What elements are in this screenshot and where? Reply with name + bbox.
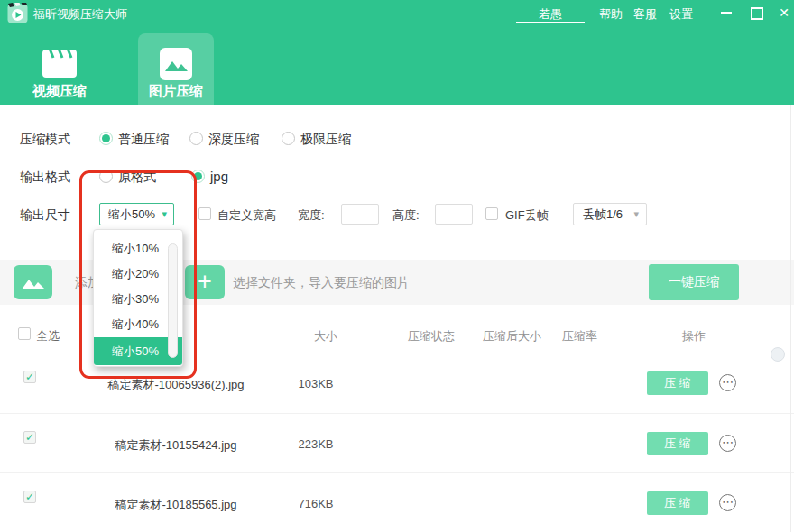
more-options-icon[interactable]: ⋯ bbox=[719, 374, 736, 391]
more-options-icon[interactable]: ⋯ bbox=[719, 494, 736, 511]
gif-frame-value: 丢帧1/6 bbox=[583, 207, 623, 221]
support-menu[interactable]: 客服 bbox=[633, 6, 657, 23]
app-window: 福昕视频压缩大师 若愚 帮助 客服 设置 ✕ 视频压缩 图片压缩 压缩模式 bbox=[0, 0, 794, 532]
row-filesize: 103KB bbox=[287, 377, 345, 390]
tab-image-label: 图片压缩 bbox=[138, 83, 214, 100]
gif-frame-select[interactable]: 丢帧1/6 ▾ bbox=[573, 203, 647, 225]
format-label: 输出格式 bbox=[20, 170, 70, 186]
row-filesize: 223KB bbox=[287, 437, 345, 451]
chevron-down-icon: ▾ bbox=[162, 204, 167, 225]
scrollbar-thumb[interactable] bbox=[771, 347, 785, 362]
size-select[interactable]: 缩小50% ▾ bbox=[99, 203, 174, 225]
radio-deep-compress[interactable] bbox=[189, 132, 203, 145]
tabbar: 视频压缩 图片压缩 bbox=[0, 27, 794, 105]
row-filename: 稿定素材-10185565.jpg bbox=[77, 497, 275, 513]
clapperboard-icon bbox=[42, 47, 78, 81]
row-checkbox[interactable]: ✓ bbox=[23, 491, 36, 503]
add-folder-button[interactable]: + bbox=[185, 265, 225, 299]
settings-menu[interactable]: 设置 bbox=[669, 6, 693, 23]
header-after-size: 压缩后大小 bbox=[483, 328, 541, 344]
compress-button[interactable]: 压 缩 bbox=[647, 491, 708, 515]
select-all-label[interactable]: 全选 bbox=[36, 328, 60, 344]
custom-size-label[interactable]: 自定义宽高 bbox=[217, 207, 276, 224]
header-size: 大小 bbox=[314, 328, 337, 344]
radio-extreme-compress[interactable] bbox=[282, 132, 295, 145]
table-row: ✓ 稿定素材-10185565.jpg 716KB 压 缩 ⋯ bbox=[0, 472, 794, 532]
height-label: 高度: bbox=[392, 207, 420, 224]
row-filesize: 716KB bbox=[287, 497, 345, 510]
help-menu[interactable]: 帮助 bbox=[599, 6, 623, 23]
image-mountain-icon bbox=[14, 265, 52, 299]
user-account-link[interactable]: 若愚 bbox=[516, 6, 585, 23]
table-row: ✓ 稿定素材-10155424.jpg 223KB 压 缩 ⋯ bbox=[0, 413, 794, 472]
header-action: 操作 bbox=[682, 328, 706, 344]
minimize-button[interactable] bbox=[715, 0, 738, 25]
dropdown-scrollbar[interactable] bbox=[168, 243, 178, 358]
size-label: 输出尺寸 bbox=[20, 207, 70, 224]
width-input[interactable] bbox=[341, 204, 379, 225]
user-underline bbox=[516, 22, 585, 23]
app-title: 福昕视频压缩大师 bbox=[33, 6, 127, 23]
maximize-button[interactable] bbox=[743, 0, 767, 25]
image-icon bbox=[158, 47, 194, 81]
chevron-down-icon: ▾ bbox=[633, 204, 639, 225]
tab-video-label: 视频压缩 bbox=[22, 83, 97, 100]
custom-size-checkbox[interactable] bbox=[198, 207, 211, 220]
header-status: 压缩状态 bbox=[408, 328, 455, 344]
width-label: 宽度: bbox=[298, 207, 325, 224]
radio-jpg-label[interactable]: jpg bbox=[210, 169, 228, 184]
compress-button[interactable]: 压 缩 bbox=[647, 371, 708, 395]
row-filename: 稿定素材-10155424.jpg bbox=[77, 437, 275, 454]
radio-original-format[interactable] bbox=[99, 170, 113, 183]
height-input[interactable] bbox=[435, 204, 473, 225]
select-folder-hint: 选择文件夹，导入要压缩的图片 bbox=[233, 275, 410, 291]
radio-original-label[interactable]: 原格式 bbox=[118, 170, 156, 186]
scrollbar-track[interactable] bbox=[790, 105, 791, 532]
add-image-button[interactable] bbox=[14, 265, 52, 299]
more-options-icon[interactable]: ⋯ bbox=[719, 435, 736, 452]
compress-all-button[interactable]: 一键压缩 bbox=[649, 264, 739, 300]
gif-frame-checkbox[interactable] bbox=[485, 207, 498, 220]
radio-normal-compress[interactable] bbox=[99, 132, 113, 145]
titlebar: 福昕视频压缩大师 若愚 帮助 客服 设置 ✕ bbox=[0, 0, 794, 27]
radio-extreme-label[interactable]: 极限压缩 bbox=[300, 132, 351, 148]
row-checkbox[interactable]: ✓ bbox=[23, 431, 36, 444]
radio-jpg-format[interactable] bbox=[191, 170, 205, 183]
gif-frame-label[interactable]: GIF丢帧 bbox=[505, 207, 549, 224]
radio-deep-label[interactable]: 深度压缩 bbox=[208, 132, 259, 148]
radio-normal-label[interactable]: 普通压缩 bbox=[118, 132, 169, 148]
row-checkbox[interactable]: ✓ bbox=[23, 371, 36, 383]
compress-button[interactable]: 压 缩 bbox=[647, 432, 708, 455]
tab-video-compress[interactable]: 视频压缩 bbox=[22, 27, 97, 98]
size-select-value: 缩小50% bbox=[108, 207, 155, 221]
select-all-checkbox[interactable] bbox=[18, 327, 31, 340]
mode-label: 压缩模式 bbox=[20, 132, 70, 148]
close-button[interactable]: ✕ bbox=[772, 0, 794, 25]
row-filename: 稿定素材-10065936(2).jpg bbox=[77, 377, 275, 393]
header-ratio: 压缩率 bbox=[562, 328, 597, 344]
size-dropdown-popup: 缩小10% 缩小20% 缩小30% 缩小40% 缩小50% bbox=[93, 229, 183, 367]
app-logo-icon bbox=[7, 3, 28, 23]
tab-image-compress[interactable]: 图片压缩 bbox=[138, 27, 214, 98]
